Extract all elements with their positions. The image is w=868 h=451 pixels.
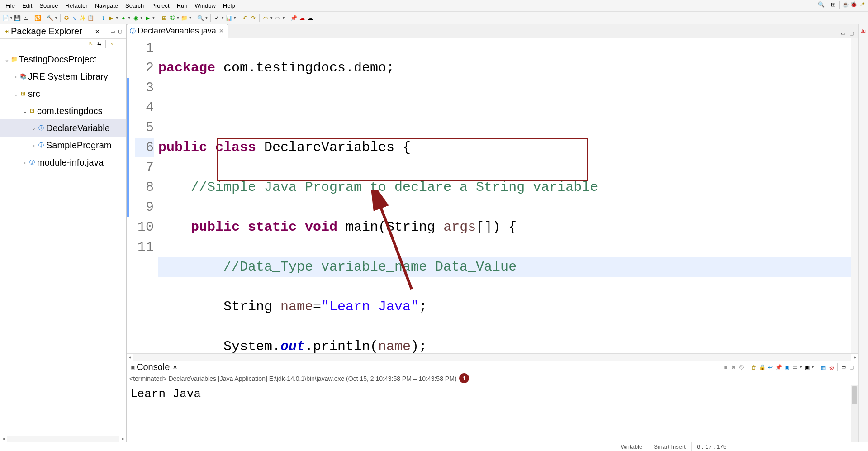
search-icon[interactable]: 🔍 [197,14,204,22]
junit-icon[interactable]: Ju [860,27,867,34]
build-icon[interactable]: 🔨 [47,14,54,22]
java-persp-icon[interactable]: ☕ [842,1,849,8]
dropdown-icon[interactable]: ▼ [176,16,180,20]
tree-project[interactable]: ⌄ 📁 TestingDocsProject [0,51,126,68]
cloud-icon[interactable]: ☁ [299,14,306,22]
clear-icon[interactable]: 🗑 [750,364,758,371]
remove-launch-icon[interactable]: ✖ [730,364,737,371]
con2-icon[interactable]: ◎ [828,364,835,371]
expand-icon[interactable]: › [31,142,37,149]
expand-icon[interactable]: ⌄ [13,90,19,97]
new-pkg-icon[interactable]: ⊞ [161,14,168,22]
view-close-icon[interactable]: ✕ [94,28,101,35]
code-editor[interactable]: 1 2 3 4 5 6 7 8 9 10 11 package com.test… [127,38,858,353]
menu-search[interactable]: Search [122,1,147,10]
word-wrap-icon[interactable]: ↩ [767,364,774,371]
scroll-left-icon[interactable]: ◂ [0,436,6,441]
overview-ruler[interactable] [851,38,858,353]
editor-tab-active[interactable]: Ⓙ DeclareVariables.java ✕ [127,24,228,38]
prev-edit-icon[interactable]: ↶ [242,14,249,22]
menu-run[interactable]: Run [173,1,191,10]
editor-h-scrollbar[interactable]: ◂ ▸ [127,353,858,361]
step-icon[interactable]: ⤵ [100,14,107,22]
save-icon[interactable]: 💾 [14,14,21,22]
menu-file[interactable]: File [2,1,19,10]
new-class-icon[interactable]: Ⓒ [169,14,176,22]
expand-icon[interactable]: › [22,159,28,166]
dropdown-icon[interactable]: ▼ [270,16,273,20]
display-icon[interactable]: ▣ [783,364,790,371]
pointer-icon[interactable]: ↘ [71,14,78,22]
debug-skip-icon[interactable]: ✪ [63,14,70,22]
menu-refactor[interactable]: Refactor [62,1,91,10]
scroll-lock-icon[interactable]: 🔒 [759,364,766,371]
remove-all-icon[interactable]: ⛒ [738,364,745,371]
fwd-icon[interactable]: ⇨ [274,14,281,22]
dropdown-icon[interactable]: ▼ [282,16,285,20]
dropdown-icon[interactable]: ▼ [115,16,119,20]
expand-icon[interactable]: ⌄ [4,56,10,63]
menu-edit[interactable]: Edit [19,1,36,10]
code-content[interactable]: package com.testingdocs.demo; public cla… [158,38,851,353]
dropdown-icon[interactable]: ▼ [204,16,208,20]
new-console-icon[interactable]: ▣ [803,364,811,371]
scroll-right-icon[interactable]: ▸ [120,436,126,441]
coverage-icon[interactable]: ◉ [132,14,139,22]
dropdown-icon[interactable]: ▼ [9,16,13,20]
console-output[interactable]: Learn Java [127,385,858,442]
minimize-icon[interactable]: ▭ [840,364,847,371]
run-icon[interactable]: ● [120,14,127,22]
collapse-all-icon[interactable]: ⇱ [87,40,94,47]
maximize-icon[interactable]: ▢ [848,364,855,371]
expand-icon[interactable]: › [31,125,37,132]
maximize-icon[interactable]: ▢ [116,28,123,35]
quick-access-icon[interactable]: 🔍 [817,1,825,8]
show-icon[interactable]: ▦ [820,364,827,371]
view-close-icon[interactable]: ✕ [171,364,179,371]
dropdown-icon[interactable]: ▼ [188,16,192,20]
switch-icon[interactable]: 🔁 [34,14,42,22]
package-tree[interactable]: ⌄ 📁 TestingDocsProject › 📚 JRE System Li… [0,49,126,435]
open-persp-icon[interactable]: ⊞ [830,1,837,8]
dropdown-icon[interactable]: ▼ [221,16,224,20]
doc-icon[interactable]: 📋 [87,14,95,22]
close-tab-icon[interactable]: ✕ [218,28,224,34]
link-editor-icon[interactable]: ⇆ [95,40,103,47]
back-icon[interactable]: ⇦ [262,14,269,22]
filter-icon[interactable]: ▿ [109,40,116,47]
next-edit-icon[interactable]: ↷ [250,14,257,22]
dropdown-icon[interactable]: ▼ [811,365,815,369]
task-icon[interactable]: ✓ [213,14,220,22]
tree-package[interactable]: ⌄ ⊡ com.testingdocs [0,102,126,119]
wand-icon[interactable]: ✨ [79,14,86,22]
menu-project[interactable]: Project [147,1,173,10]
tree-jre[interactable]: › 📚 JRE System Library [0,68,126,85]
dropdown-icon[interactable]: ▼ [233,16,237,20]
menu-window[interactable]: Window [191,1,219,10]
resume-icon[interactable]: ▶ [108,14,115,22]
expand-icon[interactable]: › [13,73,19,80]
view-menu-icon[interactable]: ⋮ [117,40,124,47]
expand-icon[interactable]: ⌄ [22,108,28,114]
git-persp-icon[interactable]: ⎇ [858,1,865,8]
terminate-icon[interactable]: ■ [722,364,729,371]
maximize-icon[interactable]: ▢ [848,29,855,37]
cloud2-icon[interactable]: ☁ [307,14,314,22]
dropdown-icon[interactable]: ▼ [140,16,143,20]
dropdown-icon[interactable]: ▼ [128,16,131,20]
report-icon[interactable]: 📊 [225,14,232,22]
minimize-icon[interactable]: ▭ [840,29,847,37]
new-icon[interactable]: 📄 [2,14,9,22]
menu-navigate[interactable]: Navigate [91,1,122,10]
dropdown-icon[interactable]: ▼ [152,16,156,20]
tree-module-info[interactable]: › Ⓙ module-info.java [0,154,126,171]
tree-file-sample[interactable]: › Ⓙ SampleProgram [0,137,126,154]
save-all-icon[interactable]: 🗃 [22,14,29,22]
menu-source[interactable]: Source [36,1,62,10]
pin-console-icon[interactable]: 📌 [775,364,782,371]
run-last-icon[interactable]: ▶ [144,14,152,22]
tree-file-declare[interactable]: › Ⓙ DeclareVariable [0,119,126,137]
menu-help[interactable]: Help [219,1,239,10]
open-console-icon[interactable]: ▭ [791,364,798,371]
scroll-left-icon[interactable]: ◂ [127,355,133,360]
